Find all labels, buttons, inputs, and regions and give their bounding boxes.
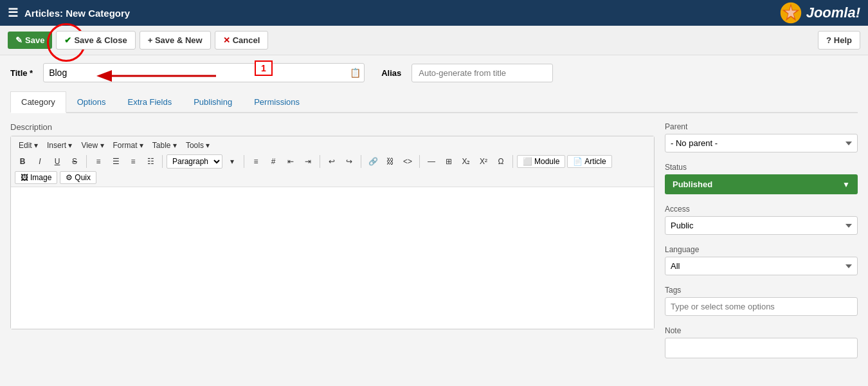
toolbar: ✎ Save ✔ Save & Close + Save & New ✕ Can… bbox=[0, 26, 868, 55]
editor-divider-3 bbox=[244, 155, 244, 168]
tags-input[interactable] bbox=[665, 297, 858, 316]
editor-divider-5 bbox=[361, 155, 361, 168]
parent-section: Parent - No parent - bbox=[665, 122, 858, 152]
help-label: Help bbox=[834, 35, 852, 45]
editor-toolbar: Edit ▾ Insert ▾ View ▾ Format ▾ Table ▾ … bbox=[11, 136, 654, 187]
note-label: Note bbox=[665, 326, 858, 335]
parent-select[interactable]: - No parent - bbox=[665, 134, 858, 152]
editor-bold-btn[interactable]: B bbox=[15, 154, 30, 169]
page-title: Articles: New Category bbox=[24, 8, 130, 19]
status-label: Status bbox=[665, 163, 858, 172]
editor-format-row: B I U S ≡ ☰ ≡ ☷ Paragraph Heading 1 bbox=[15, 154, 650, 169]
save-new-label: + Save & New bbox=[148, 35, 203, 45]
access-label: Access bbox=[665, 205, 858, 214]
cancel-button[interactable]: ✕ Cancel bbox=[215, 31, 269, 50]
editor-menu-table[interactable]: Table ▾ bbox=[149, 139, 181, 152]
editor-omega-btn[interactable]: Ω bbox=[493, 154, 509, 169]
language-select[interactable]: All English bbox=[665, 257, 858, 275]
help-icon: ? bbox=[826, 35, 831, 45]
editor-indent-btn[interactable]: ⇥ bbox=[300, 154, 316, 169]
editor-list-ul-btn[interactable]: ≡ bbox=[248, 154, 264, 169]
left-column: Description Edit ▾ Insert ▾ View ▾ Forma… bbox=[10, 122, 655, 369]
editor-divider-2 bbox=[162, 155, 163, 168]
module-btn-label: Module bbox=[534, 157, 559, 166]
editor-outdent-btn[interactable]: ⇤ bbox=[283, 154, 298, 169]
editor-code-btn[interactable]: <> bbox=[400, 154, 415, 169]
access-select[interactable]: Public Registered Special bbox=[665, 216, 858, 235]
editor-hr-btn[interactable]: — bbox=[424, 154, 439, 169]
editor-align-center-btn[interactable]: ☰ bbox=[108, 154, 123, 169]
editor-undo-btn[interactable]: ↩ bbox=[324, 154, 339, 169]
calendar-icon: 📋 bbox=[350, 68, 361, 78]
quix-icon: ⚙ bbox=[66, 173, 73, 182]
parent-label: Parent bbox=[665, 122, 858, 131]
editor-menu-bar: Edit ▾ Insert ▾ View ▾ Format ▾ Table ▾ … bbox=[15, 139, 650, 152]
editor-article-btn[interactable]: 📄 Article bbox=[567, 155, 611, 168]
save-new-button[interactable]: + Save & New bbox=[140, 31, 211, 50]
editor-align-left-btn[interactable]: ≡ bbox=[91, 154, 106, 169]
topbar-left: ☰ Articles: New Category bbox=[8, 6, 130, 20]
editor-link-btn[interactable]: 🔗 bbox=[365, 154, 381, 169]
editor-underline-btn[interactable]: U bbox=[50, 154, 65, 169]
save-button[interactable]: ✎ Save bbox=[8, 32, 52, 49]
title-input-wrap: 📋 bbox=[43, 63, 365, 82]
editor-sub-btn[interactable]: X₂ bbox=[458, 154, 474, 169]
editor-menu-tools[interactable]: Tools ▾ bbox=[182, 139, 213, 152]
tab-extra-fields[interactable]: Extra Fields bbox=[117, 91, 183, 112]
note-section: Note bbox=[665, 326, 858, 358]
editor-image-btn[interactable]: 🖼 Image bbox=[15, 171, 57, 184]
editor-sup-btn[interactable]: X² bbox=[476, 154, 491, 169]
save-close-label: Save & Close bbox=[74, 35, 127, 45]
editor-unlink-btn[interactable]: ⛓ bbox=[383, 154, 398, 169]
editor-align-justify-btn[interactable]: ☷ bbox=[143, 154, 158, 169]
editor-para-dropdown-btn[interactable]: ▾ bbox=[224, 154, 240, 169]
editor-divider-6 bbox=[419, 155, 420, 168]
editor-menu-edit[interactable]: Edit ▾ bbox=[15, 139, 42, 152]
editor-list-ol-btn[interactable]: # bbox=[266, 154, 281, 169]
status-value: Published bbox=[673, 179, 712, 189]
title-input[interactable] bbox=[43, 63, 365, 82]
tab-category[interactable]: Category bbox=[10, 91, 66, 113]
editor-table-btn[interactable]: ⊞ bbox=[441, 154, 457, 169]
help-button[interactable]: ? Help bbox=[818, 31, 860, 50]
toolbar-buttons: ✎ Save ✔ Save & Close + Save & New ✕ Can… bbox=[8, 31, 268, 50]
tab-publishing[interactable]: Publishing bbox=[183, 91, 243, 112]
editor-divider-7 bbox=[512, 155, 513, 168]
language-label: Language bbox=[665, 245, 858, 254]
editor-menu-view[interactable]: View ▾ bbox=[77, 139, 107, 152]
note-input[interactable] bbox=[665, 338, 858, 358]
joomla-brand-text: Joomla! bbox=[806, 5, 860, 21]
editor-paragraph-select[interactable]: Paragraph Heading 1 Heading 2 bbox=[167, 154, 222, 169]
checkmark-icon: ✔ bbox=[64, 35, 71, 45]
editor-menu-format[interactable]: Format ▾ bbox=[109, 139, 147, 152]
editor-body[interactable] bbox=[11, 187, 654, 329]
topbar: ☰ Articles: New Category Joomla! bbox=[0, 0, 868, 26]
description-label: Description bbox=[10, 122, 655, 132]
joomla-star-icon bbox=[779, 1, 802, 24]
tabs: Category Options Extra Fields Publishing… bbox=[10, 91, 858, 113]
editor-quix-btn[interactable]: ⚙ Quix bbox=[60, 171, 96, 184]
status-section: Status Published ▼ bbox=[665, 163, 858, 194]
save-close-button[interactable]: ✔ Save & Close bbox=[56, 31, 135, 50]
menu-icon[interactable]: ☰ bbox=[8, 6, 18, 20]
tab-permissions[interactable]: Permissions bbox=[243, 91, 311, 112]
editor-redo-btn[interactable]: ↪ bbox=[341, 154, 357, 169]
save-icon: ✎ bbox=[15, 35, 23, 45]
editor-module-btn[interactable]: ⬜ Module bbox=[517, 155, 565, 168]
status-button[interactable]: Published ▼ bbox=[665, 174, 858, 194]
editor-menu-insert[interactable]: Insert ▾ bbox=[43, 139, 76, 152]
access-section: Access Public Registered Special bbox=[665, 205, 858, 235]
editor-align-right-btn[interactable]: ≡ bbox=[125, 154, 141, 169]
article-btn-label: Article bbox=[584, 157, 606, 166]
main-content: Title * 📋 1 Alias Category Options Extra… bbox=[0, 55, 868, 376]
content-columns: Description Edit ▾ Insert ▾ View ▾ Forma… bbox=[10, 122, 858, 369]
save-label: Save bbox=[25, 35, 44, 45]
alias-input[interactable] bbox=[411, 64, 553, 82]
tags-section: Tags bbox=[665, 286, 858, 316]
tab-options[interactable]: Options bbox=[66, 91, 117, 112]
image-btn-label: Image bbox=[30, 173, 51, 182]
editor-divider-4 bbox=[320, 155, 320, 168]
right-column: Parent - No parent - Status Published ▼ … bbox=[665, 122, 858, 369]
editor-italic-btn[interactable]: I bbox=[32, 154, 48, 169]
editor-strikethrough-btn[interactable]: S bbox=[67, 154, 82, 169]
